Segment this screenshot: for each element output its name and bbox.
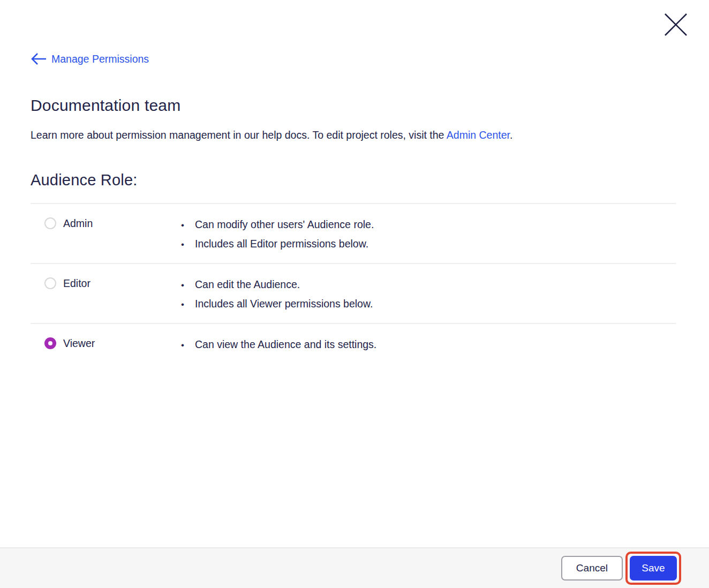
back-link-label: Manage Permissions	[51, 53, 149, 65]
bullet-icon: •	[181, 216, 195, 235]
role-label-viewer: Viewer	[63, 335, 95, 351]
permission-item: • Includes all Viewer permissions below.	[181, 295, 676, 314]
permissions-editor: • Can edit the Audience. • Includes all …	[181, 275, 676, 314]
modal-content: Manage Permissions Documentation team Le…	[0, 0, 709, 376]
role-row-editor: Editor • Can edit the Audience. • Includ…	[31, 263, 676, 323]
permission-item: • Can modify other users' Audience role.	[181, 215, 676, 235]
permission-item: • Can edit the Audience.	[181, 275, 676, 295]
permission-text: Includes all Editor permissions below.	[195, 235, 368, 253]
radio-viewer[interactable]	[44, 337, 56, 349]
permission-text: Can view the Audience and its settings.	[195, 335, 376, 353]
role-label-admin: Admin	[63, 215, 93, 231]
description-period: .	[510, 129, 512, 141]
roles-list: Admin • Can modify other users' Audience…	[31, 203, 676, 376]
description: Learn more about permission management i…	[31, 127, 676, 142]
back-arrow-icon	[31, 52, 47, 65]
role-option-editor[interactable]: Editor	[31, 275, 181, 314]
permission-text: Includes all Viewer permissions below.	[195, 295, 373, 313]
bullet-icon: •	[181, 276, 195, 295]
cancel-button[interactable]: Cancel	[561, 556, 623, 581]
radio-admin[interactable]	[44, 217, 56, 229]
permission-item: • Includes all Editor permissions below.	[181, 235, 676, 254]
modal-footer: Cancel Save	[0, 547, 709, 588]
role-label-editor: Editor	[63, 275, 90, 291]
section-heading: Audience Role:	[31, 171, 676, 189]
permission-text: Can edit the Audience.	[195, 275, 300, 293]
annotation-highlight: Save	[625, 552, 681, 585]
permissions-admin: • Can modify other users' Audience role.…	[181, 215, 676, 254]
bullet-icon: •	[181, 236, 195, 254]
permission-text: Can modify other users' Audience role.	[195, 215, 374, 233]
admin-center-link[interactable]: Admin Center	[447, 129, 510, 141]
permissions-modal: Manage Permissions Documentation team Le…	[0, 0, 709, 376]
page-title: Documentation team	[31, 96, 676, 115]
role-option-admin[interactable]: Admin	[31, 215, 181, 254]
radio-editor[interactable]	[44, 277, 56, 289]
bullet-icon: •	[181, 336, 195, 355]
close-x-glyph	[664, 13, 688, 36]
description-text: Learn more about permission management i…	[31, 129, 447, 141]
back-link[interactable]: Manage Permissions	[31, 52, 149, 65]
permissions-viewer: • Can view the Audience and its settings…	[181, 335, 676, 355]
role-row-viewer: Viewer • Can view the Audience and its s…	[31, 323, 676, 376]
close-icon[interactable]	[664, 13, 688, 36]
bullet-icon: •	[181, 296, 195, 314]
role-option-viewer[interactable]: Viewer	[31, 335, 181, 355]
save-button[interactable]: Save	[630, 556, 677, 581]
permission-item: • Can view the Audience and its settings…	[181, 335, 676, 355]
role-row-admin: Admin • Can modify other users' Audience…	[31, 203, 676, 263]
